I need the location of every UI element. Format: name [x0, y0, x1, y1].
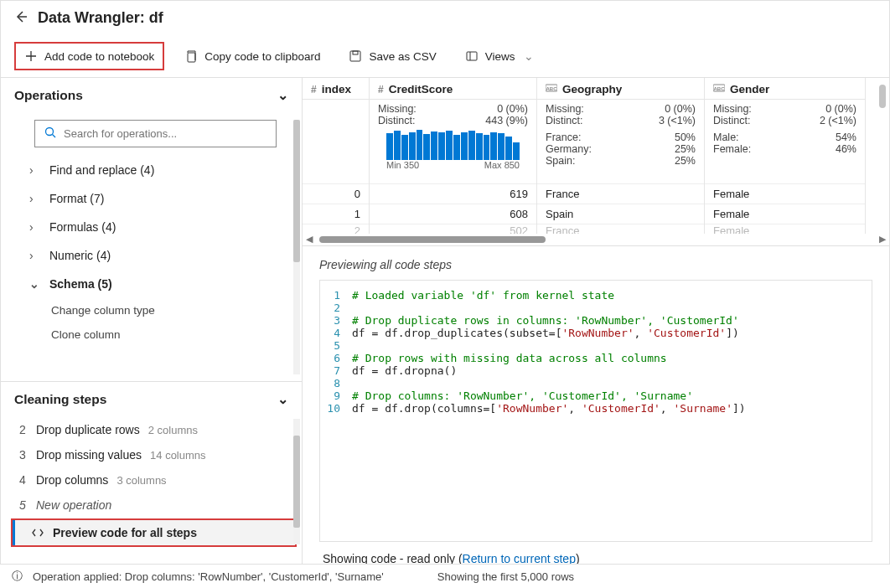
histogram: Min 350Max 850 — [378, 126, 528, 168]
views-button[interactable]: Views ⌄ — [457, 44, 542, 69]
operations-header[interactable]: Operations ⌄ — [1, 78, 302, 113]
scroll-right-icon[interactable]: ▶ — [879, 234, 886, 245]
operation-group[interactable]: ›Find and replace (4) — [26, 156, 292, 184]
plus-icon — [24, 49, 38, 63]
chevron-down-icon: ⌄ — [277, 88, 288, 103]
table-cell[interactable]: France — [537, 183, 704, 204]
grid-hscrollbar[interactable]: ◀ ▶ — [303, 234, 889, 245]
svg-text:ABC: ABC — [714, 86, 726, 91]
info-icon: ⓘ — [12, 569, 23, 584]
column-stats — [303, 100, 369, 183]
copy-icon — [184, 49, 198, 63]
table-cell[interactable]: 608 — [370, 204, 536, 224]
column-stats: Missing:0 (0%)Distinct:3 (<1%)France:50%… — [537, 100, 704, 183]
numeric-icon: # — [311, 84, 317, 95]
table-cell[interactable]: 1 — [303, 204, 369, 224]
table-cell[interactable]: Female — [705, 183, 865, 204]
toolbar: Add code to notebook Copy code to clipbo… — [1, 35, 889, 77]
save-csv-button[interactable]: Save as CSV — [340, 44, 444, 69]
operation-group[interactable]: ›Formulas (4) — [26, 213, 292, 241]
grid-vscrollbar[interactable] — [879, 85, 886, 252]
code-icon — [31, 526, 44, 539]
code-preview: 1# Loaded variable 'df' from kernel stat… — [319, 280, 872, 542]
text-icon: ABC — [713, 83, 725, 95]
chevron-down-icon: ⌄ — [277, 392, 288, 407]
table-cell[interactable]: Female — [705, 224, 865, 234]
table-cell[interactable]: 2 — [303, 224, 369, 234]
svg-rect-2 — [353, 51, 358, 54]
code-caption: Previewing all code steps — [319, 258, 872, 271]
chevron-down-icon: ⌄ — [524, 49, 534, 63]
svg-rect-1 — [350, 51, 360, 61]
svg-text:ABC: ABC — [546, 86, 558, 91]
table-cell[interactable]: 0 — [303, 183, 369, 204]
operation-group[interactable]: ⌄Schema (5) — [26, 270, 292, 298]
chevron-right-icon: › — [29, 220, 38, 234]
svg-rect-3 — [467, 52, 477, 60]
cleaning-step[interactable]: 2Drop duplicate rows2 columns — [1, 417, 302, 442]
statusbar: ⓘ Operation applied: Drop columns: 'RowN… — [0, 564, 890, 588]
search-icon — [44, 126, 57, 142]
operation-item[interactable]: Clone column — [26, 322, 292, 347]
copy-code-button[interactable]: Copy code to clipboard — [176, 44, 329, 69]
page-title: Data Wrangler: df — [38, 9, 163, 27]
cleaning-step[interactable]: 4Drop columns3 columns — [1, 467, 302, 493]
search-input[interactable] — [34, 120, 277, 147]
cleaning-header[interactable]: Cleaning steps ⌄ — [1, 382, 302, 417]
table-cell[interactable]: Spain — [537, 204, 704, 224]
column-stats: Missing:0 (0%)Distinct:2 (<1%)Male:54%Fe… — [705, 100, 865, 183]
add-code-button[interactable]: Add code to notebook — [14, 42, 164, 70]
cleaning-step[interactable]: 3Drop missing values14 columns — [1, 442, 302, 467]
svg-point-4 — [46, 128, 54, 136]
column-stats: Missing:0 (0%)Distinct:443 (9%)Min 350Ma… — [370, 100, 536, 183]
chevron-down-icon: ⌄ — [29, 277, 38, 291]
panel-icon — [465, 49, 479, 63]
table-cell[interactable]: France — [537, 224, 704, 234]
save-icon — [349, 49, 362, 63]
chevron-right-icon: › — [29, 163, 38, 177]
table-cell[interactable]: Female — [705, 204, 865, 224]
scroll-left-icon[interactable]: ◀ — [306, 234, 313, 245]
back-icon[interactable] — [14, 10, 28, 26]
chevron-right-icon: › — [29, 192, 38, 205]
text-icon: ABC — [546, 83, 557, 95]
svg-rect-0 — [188, 53, 195, 62]
chevron-right-icon: › — [29, 249, 38, 262]
column-header[interactable]: #CreditScore — [370, 78, 536, 100]
column-header[interactable]: ABCGender — [705, 78, 865, 100]
preview-all-steps[interactable]: Preview code for all steps — [13, 520, 295, 545]
column-header[interactable]: #index — [303, 78, 369, 100]
table-cell[interactable]: 619 — [370, 183, 536, 204]
operation-group[interactable]: ›Numeric (4) — [26, 241, 292, 270]
cleaning-step[interactable]: 5New operation — [1, 493, 302, 518]
operation-item[interactable]: Change column type — [26, 298, 292, 322]
cleaning-scrollbar[interactable] — [293, 419, 300, 544]
operations-scrollbar[interactable] — [293, 120, 300, 374]
numeric-icon: # — [378, 84, 384, 95]
column-header[interactable]: ABCGeography — [537, 78, 704, 100]
table-cell[interactable]: 502 — [370, 224, 536, 234]
operation-group[interactable]: ›Format (7) — [26, 184, 292, 213]
